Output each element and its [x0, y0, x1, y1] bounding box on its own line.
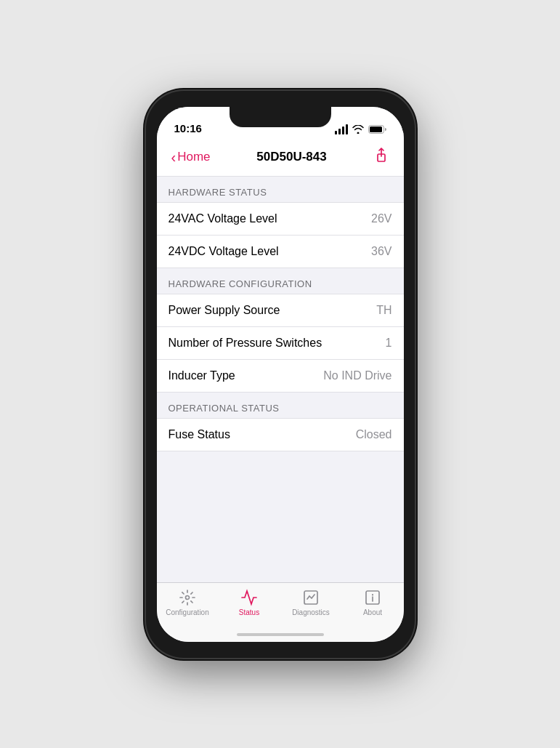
- status-time: 10:16: [174, 122, 202, 134]
- section-header-hardware-config: HARDWARE CONFIGURATION: [157, 268, 404, 294]
- row-value-power-supply: TH: [376, 304, 391, 317]
- row-inducer-type: Inducer Type No IND Drive: [157, 360, 404, 392]
- tab-diagnostics[interactable]: Diagnostics: [280, 589, 342, 616]
- tab-status-label: Status: [239, 608, 259, 616]
- row-label-pressure-switches: Number of Pressure Switches: [169, 337, 322, 350]
- phone-device: 10:16: [146, 91, 415, 658]
- tab-bar: Configuration Status Diagnostics: [157, 582, 404, 642]
- row-label-fuse-status: Fuse Status: [169, 428, 230, 441]
- row-value-24vac: 26V: [371, 212, 391, 225]
- wifi-icon: [352, 125, 364, 134]
- signal-icon: [335, 124, 348, 134]
- section-header-operational-status: OPERATIONAL STATUS: [157, 393, 404, 418]
- page-title: 50D50U-843: [256, 150, 326, 164]
- section-header-hardware-status: HARDWARE STATUS: [157, 177, 404, 202]
- configuration-icon: [179, 589, 196, 606]
- chevron-left-icon: ‹: [171, 150, 176, 164]
- svg-point-3: [186, 595, 190, 599]
- content-area: HARDWARE STATUS 24VAC Voltage Level 26V …: [157, 177, 404, 582]
- share-button[interactable]: [373, 147, 389, 167]
- tab-diagnostics-label: Diagnostics: [292, 608, 330, 616]
- tab-about[interactable]: About: [342, 589, 404, 616]
- row-label-24vac: 24VAC Voltage Level: [169, 212, 277, 225]
- section-hardware-config: HARDWARE CONFIGURATION Power Supply Sour…: [157, 268, 404, 393]
- row-value-fuse-status: Closed: [356, 428, 392, 441]
- back-label: Home: [177, 150, 210, 164]
- row-value-pressure-switches: 1: [386, 337, 392, 350]
- section-body-hardware-config: Power Supply Source TH Number of Pressur…: [157, 294, 404, 393]
- section-body-operational-status: Fuse Status Closed: [157, 418, 404, 451]
- tab-status[interactable]: Status: [219, 589, 280, 616]
- section-hardware-status: HARDWARE STATUS 24VAC Voltage Level 26V …: [157, 177, 404, 268]
- row-label-24vdc: 24VDC Voltage Level: [169, 245, 279, 258]
- row-power-supply: Power Supply Source TH: [157, 294, 404, 327]
- phone-screen: 10:16: [157, 107, 404, 642]
- nav-bar: ‹ Home 50D50U-843: [157, 139, 404, 177]
- diagnostics-icon: [302, 589, 320, 606]
- tab-configuration[interactable]: Configuration: [157, 589, 219, 616]
- section-operational-status: OPERATIONAL STATUS Fuse Status Closed: [157, 393, 404, 451]
- tab-about-label: About: [363, 608, 382, 616]
- row-fuse-status: Fuse Status Closed: [157, 419, 404, 451]
- row-24vac: 24VAC Voltage Level 26V: [157, 203, 404, 236]
- row-24vdc: 24VDC Voltage Level 36V: [157, 236, 404, 268]
- back-button[interactable]: ‹ Home: [171, 150, 211, 164]
- row-label-power-supply: Power Supply Source: [169, 304, 280, 317]
- row-value-24vdc: 36V: [371, 245, 391, 258]
- share-icon: [373, 147, 389, 163]
- row-label-inducer-type: Inducer Type: [169, 369, 235, 382]
- row-pressure-switches: Number of Pressure Switches 1: [157, 327, 404, 360]
- section-body-hardware-status: 24VAC Voltage Level 26V 24VDC Voltage Le…: [157, 202, 404, 268]
- battery-icon: [368, 125, 386, 134]
- status-icon: [240, 589, 258, 606]
- svg-rect-1: [370, 126, 382, 132]
- tab-configuration-label: Configuration: [166, 608, 208, 616]
- notch: [230, 107, 331, 127]
- row-value-inducer-type: No IND Drive: [323, 369, 391, 382]
- about-icon: [364, 589, 381, 606]
- status-icons: [335, 124, 386, 134]
- home-indicator: [237, 633, 324, 636]
